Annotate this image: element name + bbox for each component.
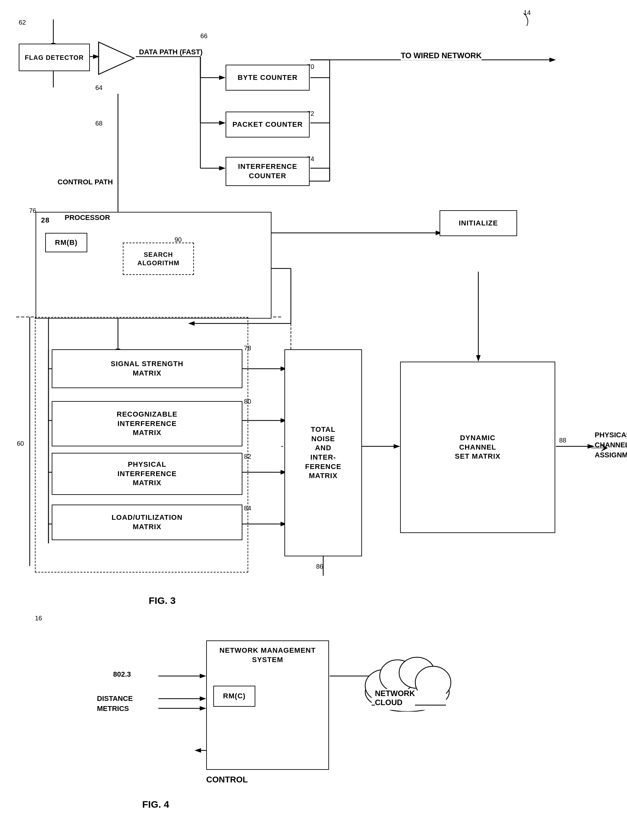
ref-82: 82	[244, 453, 251, 460]
svg-marker-77	[591, 445, 608, 451]
ref-88: 88	[559, 437, 566, 444]
total-noise-matrix-box: TOTALNOISEANDINTER-FERENCEMATRIX	[284, 349, 362, 556]
packet-counter-box: PACKET COUNTER	[225, 112, 310, 137]
ref-64: 64	[95, 84, 102, 92]
ref-90: 90	[175, 236, 182, 243]
rmc-box: RM(C)	[213, 686, 255, 707]
ref-76: 76	[29, 207, 36, 215]
load-utilization-matrix-box: LOAD/UTILIZATIONMATRIX	[52, 505, 243, 540]
ref-16: 16	[35, 614, 42, 622]
svg-marker-68	[200, 696, 206, 701]
ref-14: 14	[524, 9, 531, 16]
data-path-label: DATA PATH (FAST)	[139, 48, 203, 56]
distance-metrics-label: DISTANCEMETRICS	[97, 694, 133, 714]
control-path-label: CONTROL PATH	[58, 178, 113, 186]
mux-triangle	[95, 39, 137, 77]
svg-marker-75	[99, 42, 134, 74]
interference-counter-box: INTERFERENCECOUNTER	[225, 157, 310, 186]
ref-78: 78	[244, 344, 251, 352]
signal-strength-matrix-box: SIGNAL STRENGTHMATRIX	[52, 349, 243, 388]
physical-interference-matrix-box: PHYSICALINTERFERENCEMATRIX	[52, 453, 243, 495]
to-wired-network-label: TO WIRED NETWORK	[401, 51, 482, 60]
ref-62: 62	[19, 19, 26, 26]
ref-60: 60	[17, 440, 24, 447]
svg-marker-66	[200, 674, 206, 678]
svg-marker-48	[394, 444, 400, 448]
byte-counter-box: BYTE COUNTER	[225, 65, 310, 90]
search-algorithm-box: SEARCH ALGORITHM	[123, 243, 194, 275]
ref-84: 84	[244, 505, 251, 512]
svg-marker-13	[219, 121, 225, 125]
fig3-label: FIG. 3	[149, 595, 175, 606]
svg-marker-16	[219, 166, 225, 171]
ref-86: 86	[316, 563, 323, 570]
svg-marker-74	[195, 748, 201, 753]
nms-label: NETWORK MANAGEMENTSYSTEM	[219, 646, 316, 664]
dynamic-channel-set-matrix-box: DYNAMICCHANNELSET MATRIX	[400, 362, 555, 533]
svg-marker-70	[200, 706, 206, 711]
initialize-box: INITIALIZE	[440, 210, 517, 236]
processor-label: PROCESSOR	[65, 213, 110, 222]
fig4-label: FIG. 4	[142, 799, 169, 810]
ref-68: 68	[95, 120, 102, 127]
svg-marker-50	[476, 355, 480, 362]
ref-8023-label: 802.3	[113, 670, 131, 679]
pca-arrow	[591, 443, 608, 453]
recognizable-interference-matrix-box: RECOGNIZABLEINTERFERENCEMATRIX	[52, 401, 243, 446]
network-cloud-label: NETWORKCLOUD	[375, 689, 415, 707]
control-label: CONTROL	[206, 775, 248, 785]
svg-marker-1	[550, 58, 556, 62]
flag-detector-box: FLAG DETECTOR	[19, 44, 90, 71]
ref-66: 66	[200, 32, 208, 40]
diagram-container: 14 62 FLAG DETECTOR 64 DATA PATH (FAST) …	[0, 0, 627, 840]
ref-80: 80	[244, 398, 251, 405]
svg-marker-10	[219, 75, 225, 80]
rmb-box: RM(B)	[45, 233, 87, 252]
ref-28-label: 28	[41, 216, 49, 225]
